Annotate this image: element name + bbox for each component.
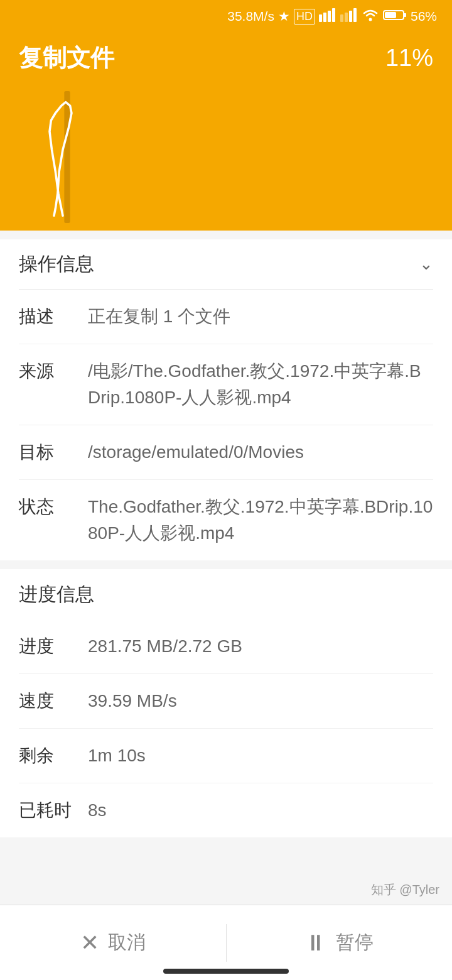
status-icons: 35.8M/s ★ HD — [227, 8, 437, 25]
speed-row: 速度 39.59 MB/s — [19, 674, 433, 729]
description-label: 描述 — [19, 303, 88, 329]
svg-rect-0 — [319, 14, 322, 22]
speed-value: 39.59 MB/s — [88, 688, 433, 714]
svg-rect-10 — [404, 13, 406, 17]
pause-icon: ⏸ — [304, 930, 327, 956]
status-label: 状态 — [19, 494, 88, 519]
elapsed-value: 8s — [88, 797, 433, 824]
progress-value: 281.75 MB/2.72 GB — [88, 633, 433, 660]
progress-row: 进度 281.75 MB/2.72 GB — [19, 619, 433, 674]
remaining-label: 剩余 — [19, 743, 88, 768]
source-value: /电影/The.Godfather.教父.1972.中英字幕.BDrip.108… — [88, 358, 433, 411]
cancel-label: 取消 — [108, 930, 146, 956]
target-row: 目标 /storage/emulated/0/Movies — [19, 425, 433, 480]
operation-info-title: 操作信息 — [19, 251, 94, 277]
source-label: 来源 — [19, 358, 88, 383]
svg-point-8 — [369, 18, 372, 21]
progress-info-header: 进度信息 — [19, 569, 433, 619]
speed-text: 35.8M/s — [227, 9, 274, 24]
description-value: 正在复制 1 个文件 — [88, 303, 433, 330]
progress-info-title: 进度信息 — [19, 582, 94, 607]
progress-info-section: 进度信息 进度 281.75 MB/2.72 GB 速度 39.59 MB/s … — [0, 569, 452, 837]
svg-rect-7 — [353, 8, 357, 22]
remaining-value: 1m 10s — [88, 743, 433, 769]
remaining-row: 剩余 1m 10s — [19, 729, 433, 783]
description-row: 描述 正在复制 1 个文件 — [19, 290, 433, 344]
wifi-icon — [362, 8, 379, 25]
hero-area — [0, 83, 452, 231]
page-title: 复制文件 — [19, 42, 114, 74]
signal-icon — [319, 8, 336, 25]
signal2-icon — [340, 8, 358, 25]
svg-rect-12 — [64, 91, 70, 223]
watermark: 知乎 @Tyler — [371, 881, 439, 898]
bluetooth-icon: ★ — [278, 9, 290, 24]
status-bar: 35.8M/s ★ HD — [0, 0, 452, 33]
status-row: 状态 The.Godfather.教父.1972.中英字幕.BDrip.1080… — [19, 480, 433, 560]
target-label: 目标 — [19, 439, 88, 464]
battery-icon — [383, 9, 407, 24]
battery-percent: 56% — [411, 9, 437, 24]
speed-label: 速度 — [19, 688, 88, 713]
elapsed-row: 已耗时 8s — [19, 783, 433, 837]
source-row: 来源 /电影/The.Godfather.教父.1972.中英字幕.BDrip.… — [19, 344, 433, 425]
hd-badge: HD — [294, 9, 315, 24]
nav-indicator — [163, 969, 289, 974]
waveform-animation — [13, 91, 113, 223]
chevron-down-icon: ⌄ — [419, 254, 433, 274]
operation-info-header[interactable]: 操作信息 ⌄ — [19, 239, 433, 290]
cancel-icon: ✕ — [80, 930, 99, 956]
pause-label: 暂停 — [336, 930, 374, 956]
top-bar: 复制文件 11% — [0, 33, 452, 83]
svg-rect-2 — [328, 11, 331, 22]
svg-rect-1 — [323, 13, 326, 22]
progress-percent: 11% — [385, 45, 433, 72]
svg-rect-11 — [385, 12, 396, 18]
svg-rect-3 — [332, 8, 335, 22]
operation-info-section: 操作信息 ⌄ 描述 正在复制 1 个文件 来源 /电影/The.Godfathe… — [0, 239, 452, 560]
section-divider — [0, 560, 452, 569]
target-value: /storage/emulated/0/Movies — [88, 439, 433, 466]
status-value: The.Godfather.教父.1972.中英字幕.BDrip.1080P-人… — [88, 494, 433, 547]
progress-label: 进度 — [19, 633, 88, 658]
svg-rect-4 — [340, 14, 343, 22]
svg-rect-6 — [349, 11, 352, 22]
svg-rect-5 — [345, 13, 348, 22]
elapsed-label: 已耗时 — [19, 797, 88, 822]
